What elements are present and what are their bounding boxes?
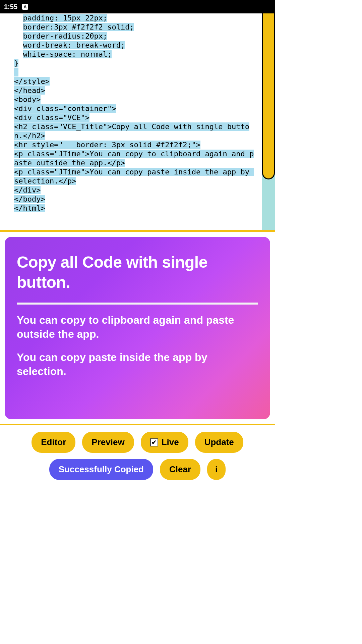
copy-status-button[interactable]: Successfully Copied — [49, 459, 153, 480]
preview-paragraph-2: You can copy paste inside the app by sel… — [17, 351, 258, 378]
info-button[interactable]: i — [207, 459, 226, 480]
preview-card: Copy all Code with single button. You ca… — [5, 237, 270, 419]
status-bar: 1:55 A — [0, 0, 275, 13]
live-button-label: Live — [162, 437, 179, 447]
code-editor-pane[interactable]: padding: 15px 22px; border:3px #f2f2f2 s… — [0, 13, 275, 230]
info-button-label: i — [215, 464, 218, 475]
preview-button[interactable]: Preview — [82, 432, 134, 453]
clear-button-label: Clear — [169, 464, 191, 475]
live-toggle-button[interactable]: ✔ Live — [141, 432, 188, 453]
clear-button[interactable]: Clear — [160, 459, 200, 480]
live-checkbox-icon: ✔ — [150, 438, 158, 446]
copy-status-label: Successfully Copied — [59, 464, 144, 475]
toolbar: Editor Preview ✔ Live Update Successfull… — [0, 425, 275, 483]
preview-paragraph-1: You can copy to clipboard again and past… — [17, 313, 258, 341]
status-time: 1:55 — [4, 3, 17, 11]
preview-title: Copy all Code with single button. — [17, 252, 258, 292]
preview-hr — [17, 303, 258, 305]
keyboard-icon: A — [22, 4, 28, 10]
pane-divider — [0, 230, 275, 232]
update-button-label: Update — [204, 437, 234, 447]
editor-button-label: Editor — [41, 437, 66, 447]
scrollbar-thumb[interactable] — [262, 13, 275, 179]
preview-pane: Copy all Code with single button. You ca… — [0, 232, 275, 424]
update-button[interactable]: Update — [195, 432, 243, 453]
preview-button-label: Preview — [92, 437, 124, 447]
editor-button[interactable]: Editor — [32, 432, 75, 453]
code-content[interactable]: padding: 15px 22px; border:3px #f2f2f2 s… — [0, 13, 275, 213]
